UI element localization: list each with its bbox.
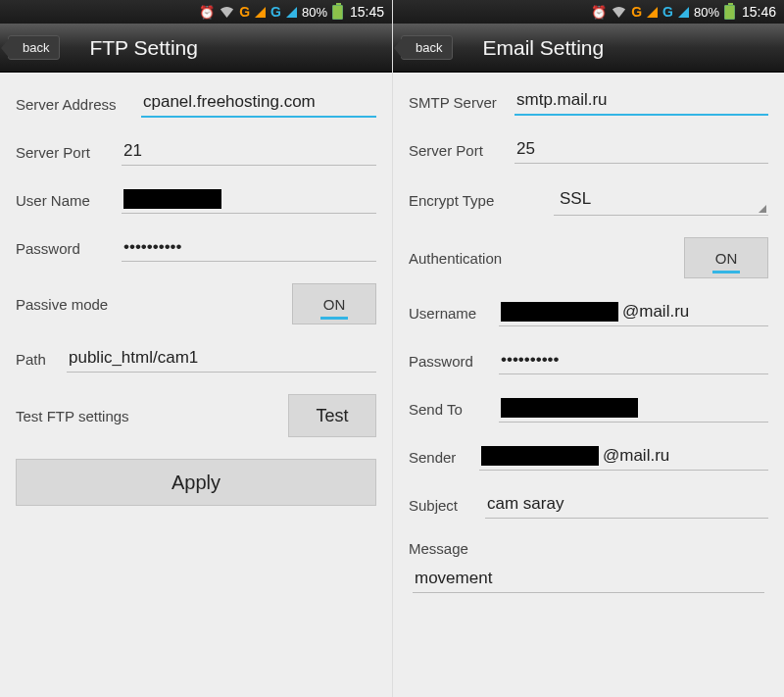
server-address-label: Server Address (16, 96, 141, 113)
email-setting-screen: ⏰ G G 80% 15:46 back Email Setting SMTP … (392, 0, 784, 697)
authentication-label: Authentication (409, 250, 534, 267)
network-g2-icon: G (270, 4, 281, 20)
header-bar: back FTP Setting (0, 24, 392, 73)
ftp-setting-screen: ⏰ G G 80% 15:45 back FTP Setting Server … (0, 0, 392, 697)
apply-button[interactable]: Apply (16, 459, 376, 506)
server-port-label: Server Port (409, 142, 514, 159)
battery-icon (724, 5, 735, 20)
user-name-input[interactable] (122, 187, 376, 214)
page-title: FTP Setting (89, 36, 198, 60)
clock-time: 15:45 (350, 4, 384, 20)
status-bar: ⏰ G G 80% 15:46 (393, 0, 784, 24)
message-label: Message (409, 540, 514, 557)
username-suffix: @mail.ru (622, 302, 689, 322)
smtp-server-label: SMTP Server (409, 94, 514, 111)
username-input[interactable]: @mail.ru (499, 300, 768, 326)
authentication-toggle[interactable]: ON (684, 237, 768, 278)
network-g-icon: G (631, 4, 642, 20)
subject-label: Subject (409, 497, 485, 514)
subject-input[interactable]: cam saray (485, 492, 768, 519)
network-g2-icon: G (662, 4, 673, 20)
password-input[interactable]: •••••••••• (122, 235, 376, 262)
test-button[interactable]: Test (288, 394, 376, 437)
server-port-input[interactable]: 21 (122, 139, 376, 166)
server-port-label: Server Port (16, 144, 122, 161)
form-content: Server Address cpanel.freehosting.com Se… (0, 73, 392, 516)
smtp-server-input[interactable]: smtp.mail.ru (514, 88, 768, 116)
back-button[interactable]: back (401, 35, 453, 60)
redacted-text (481, 446, 599, 466)
redacted-text (501, 302, 618, 322)
send-to-label: Send To (409, 401, 499, 418)
header-bar: back Email Setting (393, 24, 784, 73)
wifi-icon (612, 6, 626, 18)
back-button[interactable]: back (8, 35, 60, 60)
signal-1-icon (647, 7, 658, 18)
password-input[interactable]: •••••••••• (499, 348, 768, 374)
passive-mode-toggle[interactable]: ON (292, 283, 376, 324)
encrypt-type-select[interactable]: SSL (554, 185, 768, 216)
password-label: Password (409, 353, 499, 370)
status-bar: ⏰ G G 80% 15:45 (0, 0, 392, 24)
alarm-icon: ⏰ (591, 5, 607, 20)
server-address-input[interactable]: cpanel.freehosting.com (141, 90, 376, 118)
wifi-icon (220, 6, 234, 18)
battery-icon (332, 5, 343, 20)
battery-percent: 80% (694, 5, 719, 20)
redacted-text (501, 398, 638, 418)
sender-suffix: @mail.ru (603, 446, 669, 466)
signal-2-icon (678, 7, 689, 18)
server-port-input[interactable]: 25 (514, 137, 768, 164)
message-input[interactable]: movement (413, 567, 764, 593)
form-content: SMTP Server smtp.mail.ru Server Port 25 … (393, 73, 784, 603)
password-label: Password (16, 240, 122, 257)
path-label: Path (16, 351, 67, 368)
encrypt-type-label: Encrypt Type (409, 192, 534, 209)
page-title: Email Setting (482, 36, 604, 60)
sender-label: Sender (409, 449, 479, 466)
signal-1-icon (255, 7, 266, 18)
send-to-input[interactable] (499, 396, 768, 423)
network-g-icon: G (239, 4, 250, 20)
redacted-text (123, 189, 221, 209)
sender-input[interactable]: @mail.ru (479, 444, 768, 471)
path-input[interactable]: public_html/cam1 (67, 346, 376, 373)
battery-percent: 80% (302, 5, 327, 20)
username-label: Username (409, 305, 499, 322)
test-ftp-label: Test FTP settings (16, 408, 163, 424)
passive-mode-label: Passive mode (16, 296, 141, 313)
clock-time: 15:46 (742, 4, 776, 20)
alarm-icon: ⏰ (199, 5, 215, 20)
user-name-label: User Name (16, 192, 122, 209)
signal-2-icon (286, 7, 297, 18)
